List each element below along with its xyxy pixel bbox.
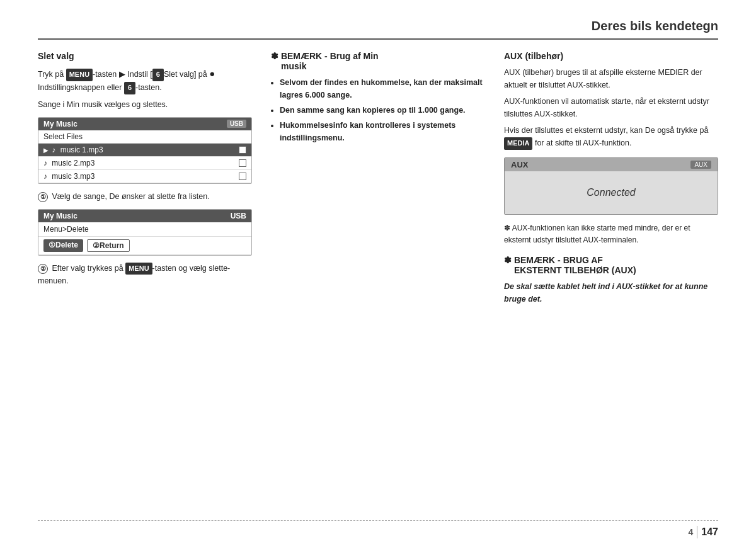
bullet-item-1: Selvom der findes en hukommelse, kan der…: [280, 76, 485, 101]
menu-badge-1: MENU: [66, 69, 93, 81]
aux-bemaerk-title: ✽ BEMÆRK - BRUG AF EKSTERNT TILBEHØR (AU…: [504, 255, 718, 275]
footer-page1: 4: [689, 527, 694, 537]
aux-para3-suffix: for at skifte til AUX-funktion.: [535, 139, 632, 147]
menu-delete-row: Menu>Delete: [38, 222, 251, 237]
aux-screen-label: AUX: [511, 160, 528, 169]
aux-screen: AUX AUX Connected: [504, 157, 718, 215]
aux-para2: AUX-funktionen vil automatisk starte, nå…: [504, 95, 718, 120]
step2-text: ② Efter valg trykkes på MENU-tasten og v…: [38, 262, 252, 288]
screen1-row-music3: ♪ music 3.mp3: [38, 170, 251, 183]
step1-text: ① Vælg de sange, De ønsker at slette fra…: [38, 190, 252, 203]
aux-bemaerk-line2: EKSTERNT TILBEHØR (AUX): [514, 265, 636, 275]
aux-para1: AUX (tilbehør) bruges til at afspille ek…: [504, 66, 718, 91]
screen1-header: My Music USB: [38, 118, 251, 130]
bemaerk-title-line2: musik: [281, 61, 306, 71]
bullet-item-3: Hukommelsesinfo kan kontrolleres i syste…: [280, 119, 485, 144]
col-bemaerk-musik: ✽ BEMÆRK - Brug af Min musik Selvom der …: [271, 51, 485, 309]
delete-return-row: ①Delete ②Return: [38, 237, 251, 255]
page-header: Deres bils kendetegn: [38, 19, 718, 33]
footer-pagination: 4 147: [38, 526, 718, 538]
screen-my-music-2: My Music USB Menu>Delete ①Delete ②Return: [38, 209, 252, 256]
step1-label: Vælg de sange, De ønsker at slette fra l…: [52, 192, 209, 201]
checkbox-music2: [239, 159, 246, 167]
page-container: Deres bils kendetegn Slet valg Tryk på M…: [0, 0, 756, 551]
bemaerk-title-line1: BEMÆRK - Brug af Min: [281, 51, 379, 61]
aux-para3-prefix: Hvis der tilsluttes et eksternt udstyr, …: [504, 126, 708, 135]
bullet-item-2: Den samme sang kan kopieres op til 1.000…: [280, 104, 485, 116]
screen1-row-select: Select Files: [38, 130, 251, 144]
bemaerk-musik-title: ✽ BEMÆRK - Brug af Min musik: [271, 51, 485, 71]
aux-para3: Hvis der tilsluttes et eksternt udstyr, …: [504, 124, 718, 150]
screen2-body: Menu>Delete ①Delete ②Return: [38, 222, 251, 255]
aux-note: ✽ AUX-funktionen kan ikke starte med min…: [504, 222, 718, 246]
music1-label: music 1.mp3: [60, 145, 103, 154]
slet-valg-para1: Tryk på MENU-tasten ▶ Indstil [6Slet val…: [38, 66, 252, 94]
aux-connected-text: Connected: [587, 187, 635, 198]
screen-my-music-1: My Music USB Select Files ▶ ♪ music 1.mp…: [38, 117, 252, 184]
music1-row-content: ▶ ♪ music 1.mp3: [43, 145, 103, 154]
step-circle-1: ①: [38, 192, 48, 202]
num-badge-6: 6: [152, 69, 164, 81]
checkbox-music1: [239, 146, 246, 154]
media-badge: MEDIA: [504, 137, 532, 150]
page-footer: 4 147: [0, 520, 756, 538]
music3-row-content: ♪ music 3.mp3: [43, 172, 94, 181]
aux-screen-header: AUX AUX: [505, 158, 718, 171]
slet-valg-para2: Sange i Min musik vælges og slettes.: [38, 98, 252, 111]
menu-delete-label: Menu>Delete: [43, 225, 89, 234]
col-aux: AUX (tilbehør) AUX (tilbehør) bruges til…: [504, 51, 718, 309]
footer-page-divider: [697, 526, 697, 538]
screen1-row-music1: ▶ ♪ music 1.mp3: [38, 144, 251, 157]
asterisk-icon-2: ✽: [504, 255, 514, 265]
select-files-label: Select Files: [43, 132, 83, 141]
music3-label: music 3.mp3: [52, 172, 94, 181]
usb-badge-2: USB: [231, 212, 246, 220]
return-button[interactable]: ②Return: [87, 239, 130, 252]
screen1-row-music2: ♪ music 2.mp3: [38, 157, 251, 170]
screen2-title: My Music: [43, 212, 77, 220]
slet-valg-title: Slet valg: [38, 51, 252, 61]
aux-bemaerk-body: De skal sætte kablet helt ind i AUX-stik…: [504, 280, 718, 305]
aux-bemaerk-line1: BEMÆRK - BRUG AF: [514, 255, 603, 265]
delete-button[interactable]: ①Delete: [43, 239, 83, 252]
usb-badge-1: USB: [227, 120, 246, 128]
main-content: Slet valg Tryk på MENU-tasten ▶ Indstil …: [38, 51, 718, 309]
aux-screen-body: Connected: [505, 171, 718, 214]
note-icon-1: ♪: [52, 145, 55, 154]
bemaerk-bullet-list: Selvom der findes en hukommelse, kan der…: [271, 76, 485, 144]
music2-label: music 2.mp3: [52, 159, 94, 168]
col-slet-valg: Slet valg Tryk på MENU-tasten ▶ Indstil …: [38, 51, 252, 309]
aux-asterisk-section: ✽ BEMÆRK - BRUG AF EKSTERNT TILBEHØR (AU…: [504, 255, 718, 305]
step-circle-2: ②: [38, 264, 48, 274]
asterisk-icon-1: ✽: [271, 51, 281, 61]
note-icon-3: ♪: [43, 172, 47, 181]
footer-page2: 147: [701, 526, 718, 538]
footer-line: [38, 520, 718, 521]
screen2-header: My Music USB: [38, 210, 251, 222]
screen1-body: Select Files ▶ ♪ music 1.mp3 ♪ mus: [38, 130, 251, 183]
menu-badge-2: MENU: [125, 263, 152, 275]
header-divider: [38, 38, 718, 40]
music2-row-content: ♪ music 2.mp3: [43, 159, 94, 168]
aux-section-title: AUX (tilbehør): [504, 51, 718, 61]
checkbox-music3: [239, 173, 246, 180]
header-title: Deres bils kendetegn: [592, 19, 718, 33]
screen1-title: My Music: [43, 120, 77, 128]
note-icon-2: ♪: [43, 159, 47, 168]
num-badge-6b: 6: [124, 82, 135, 94]
aux-screen-badge: AUX: [690, 161, 711, 169]
